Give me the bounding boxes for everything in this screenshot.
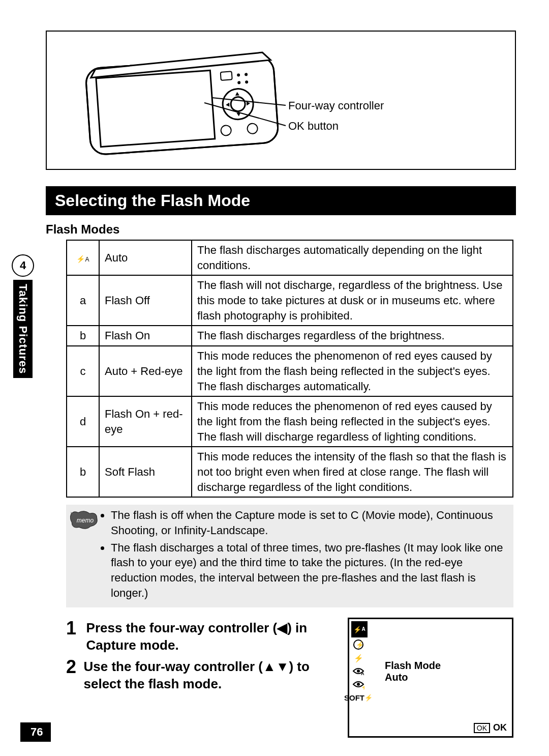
svg-rect-2 — [96, 70, 215, 147]
svg-point-11 — [247, 123, 258, 134]
step-list: 1 Press the four-way controller (◀) in C… — [66, 618, 348, 694]
step-row: 2 Use the four-way controller (▲▼) to se… — [66, 656, 348, 693]
flash-on-icon: ⚡ — [351, 652, 365, 664]
step-text: Use the four-way controller (▲▼) to sele… — [83, 656, 348, 693]
mode-name: Flash Off — [99, 275, 192, 326]
svg-rect-3 — [221, 71, 232, 80]
flash-off-icon: ⚡ — [351, 638, 365, 651]
mode-icon: b — [67, 447, 99, 497]
svg-text:⚡: ⚡ — [356, 641, 364, 649]
lcd-preview: ⚡A ⚡ ⚡ A ⚡ — [348, 618, 513, 738]
redeye-on-icon: ⚡ — [351, 678, 365, 690]
mode-desc: This mode reduces the phenomenon of red … — [192, 396, 513, 447]
svg-text:memo: memo — [77, 517, 94, 524]
mode-desc: The flash discharges automatically depen… — [192, 240, 513, 275]
svg-text:⚡: ⚡ — [361, 684, 364, 689]
redeye-auto-icon: A — [351, 665, 365, 677]
table-row: a Flash Off The flash will not discharge… — [67, 275, 513, 326]
svg-point-9 — [230, 97, 246, 112]
step-text: Press the four-way controller (◀) in Cap… — [86, 618, 348, 654]
mode-desc: This mode reduces the phenomenon of red … — [192, 346, 513, 396]
table-row: ⚡A Auto The flash discharges automatical… — [67, 240, 513, 275]
diagram-label-fourway: Four-way controller — [288, 99, 384, 112]
camera-illustration — [77, 37, 291, 164]
chapter-title: Taking Pictures — [13, 280, 33, 378]
table-row: c Auto + Red-eye This mode reduces the p… — [67, 346, 513, 396]
table-row: d Flash On + red-eye This mode reduces t… — [67, 396, 513, 447]
memo-text: The flash is off when the Capture mode i… — [100, 508, 509, 602]
mode-icon: ⚡A — [67, 240, 99, 275]
step-number: 2 — [66, 656, 83, 693]
chapter-tab: 4 Taking Pictures — [10, 254, 36, 378]
svg-point-10 — [221, 125, 231, 136]
diagram-label-ok: OK button — [288, 120, 339, 133]
mode-icon: b — [67, 326, 99, 346]
lcd-ok: OK OK — [474, 722, 507, 733]
memo-icon: memo — [70, 510, 100, 530]
step-number: 1 — [66, 618, 86, 654]
mode-icon: a — [67, 275, 99, 326]
mode-name: Flash On + red-eye — [99, 396, 192, 447]
camera-diagram: Four-way controller OK button — [46, 31, 516, 170]
mode-name: Soft Flash — [99, 447, 192, 497]
svg-point-19 — [357, 683, 360, 686]
table-heading: Flash Modes — [46, 222, 516, 237]
mode-desc: This mode reduces the intensity of the f… — [192, 447, 513, 497]
svg-text:A: A — [361, 671, 364, 676]
lcd-icon-strip: ⚡A ⚡ ⚡ A ⚡ — [351, 621, 367, 704]
memo-item: The flash is off when the Capture mode i… — [111, 508, 509, 538]
section-heading: Selecting the Flash Mode — [46, 186, 516, 215]
flash-soft-icon: SOFT⚡ — [351, 691, 365, 704]
memo-block: memo The flash is off when the Capture m… — [66, 505, 513, 607]
page-number: 76 — [20, 722, 51, 742]
chapter-number: 4 — [12, 254, 34, 277]
table-row: b Soft Flash This mode reduces the inten… — [67, 447, 513, 497]
mode-desc: The flash will not discharge, regardless… — [192, 275, 513, 326]
lcd-ok-label: OK — [493, 722, 507, 733]
step-row: 1 Press the four-way controller (◀) in C… — [66, 618, 348, 654]
lcd-title: Flash Mode Auto — [385, 660, 441, 683]
mode-name: Flash On — [99, 326, 192, 346]
memo-item: The flash discharges a total of three ti… — [111, 540, 509, 601]
table-row: b Flash On The flash discharges regardle… — [67, 326, 513, 346]
mode-desc: The flash discharges regardless of the b… — [192, 326, 513, 346]
mode-name: Auto + Red-eye — [99, 346, 192, 396]
mode-icon: c — [67, 346, 99, 396]
svg-point-17 — [357, 670, 360, 673]
flash-auto-icon: ⚡A — [351, 621, 368, 637]
flash-modes-table: ⚡A Auto The flash discharges automatical… — [66, 240, 513, 498]
mode-name: Auto — [99, 240, 192, 275]
ok-box-icon: OK — [474, 723, 490, 733]
mode-icon: d — [67, 396, 99, 447]
